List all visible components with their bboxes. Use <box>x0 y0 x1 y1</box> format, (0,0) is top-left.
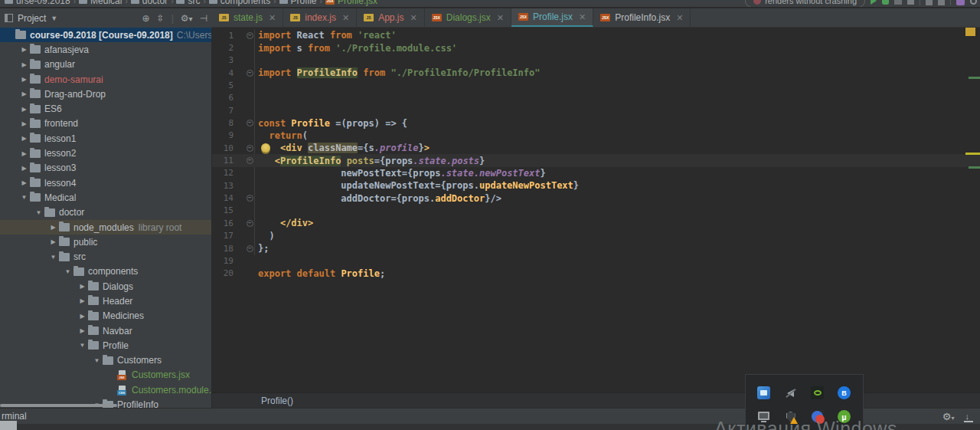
hide-panel-icon[interactable]: ⊣ <box>200 13 207 24</box>
chevron-right-icon[interactable]: ▶ <box>19 46 29 53</box>
code-editor[interactable]: 1−import React from 'react'2import s fro… <box>212 28 980 408</box>
debug-icon[interactable] <box>882 0 889 5</box>
fold-marker-icon[interactable]: − <box>247 220 253 227</box>
bluetooth-icon[interactable]: B <box>838 386 851 399</box>
chevron-right-icon[interactable]: ▶ <box>19 135 29 142</box>
run-icon[interactable] <box>871 0 877 5</box>
breadcrumb-item[interactable]: Profile() <box>261 396 293 406</box>
tree-item-demo-samurai[interactable]: ▶demo-samurai <box>0 72 211 87</box>
breadcrumb-item[interactable]: components <box>209 0 270 6</box>
tab-index.js[interactable]: JSindex.js✕ <box>283 8 357 27</box>
code-line[interactable]: 6 <box>212 92 980 104</box>
breadcrumb-item[interactable]: JSXProfile.jsx <box>325 0 377 6</box>
download-icon[interactable]: ↓ <box>965 412 970 421</box>
chevron-right-icon[interactable]: ▶ <box>77 297 87 304</box>
code-line[interactable]: 12 newPostText={props.state.newPostText} <box>212 167 980 179</box>
tree-item-profile[interactable]: ▼Profile <box>0 338 211 353</box>
tab-state.js[interactable]: JSstate.js✕ <box>212 8 283 27</box>
fold-marker-icon[interactable]: − <box>247 157 253 164</box>
tree-item-customers[interactable]: ▼Customers <box>0 353 211 368</box>
chevron-down-icon[interactable]: ▼ <box>77 342 87 349</box>
chevron-right-icon[interactable]: ▶ <box>19 90 29 97</box>
chevron-right-icon[interactable]: ▶ <box>19 61 29 68</box>
stop-icon[interactable] <box>907 0 914 5</box>
code-line[interactable]: 4−import ProfileInfo from "./ProfileInfo… <box>212 67 980 79</box>
close-icon[interactable]: ✕ <box>342 13 349 23</box>
close-icon[interactable]: ✕ <box>410 13 417 23</box>
code-line[interactable]: 11− <ProfileInfo posts={props.state.post… <box>212 154 980 166</box>
code-line[interactable]: 14− addDoctor={props.addDoctor}/> <box>212 192 980 204</box>
tree-item-src[interactable]: ▼src <box>0 249 211 264</box>
fold-marker-icon[interactable]: − <box>247 32 253 39</box>
volume-muted-icon[interactable] <box>784 386 797 399</box>
chevron-right-icon[interactable]: ▶ <box>77 283 87 290</box>
profiler-icon[interactable] <box>956 0 965 5</box>
locate-icon[interactable]: ⊕ <box>142 13 150 24</box>
run-config-select[interactable]: renders without crashing <box>745 0 865 8</box>
nvidia-icon[interactable] <box>811 386 824 399</box>
code-line[interactable]: 15 <box>212 205 980 217</box>
tree-item-customers.module.css[interactable]: CSSCustomers.module.css <box>0 382 211 397</box>
tree-item-doctor[interactable]: ▼doctor <box>0 205 211 220</box>
fold-marker-icon[interactable]: − <box>247 120 253 126</box>
code-line[interactable]: 5 <box>212 79 980 91</box>
chevron-right-icon[interactable]: ▶ <box>19 106 29 113</box>
marker-icon[interactable] <box>938 0 945 5</box>
breadcrumb-item[interactable]: urse-09.2018 <box>5 0 70 6</box>
tree-item-node_modules[interactable]: ▶node_moduleslibrary root <box>0 220 211 235</box>
tree-item-drag-and-drop[interactable]: ▶Drag-and-Drop <box>0 87 211 101</box>
chevron-down-icon[interactable]: ▼ <box>19 194 29 201</box>
horizontal-scrollbar[interactable] <box>0 404 117 407</box>
chevron-down-icon[interactable]: ▼ <box>92 357 102 364</box>
project-panel-header[interactable]: Project ▼ ⊕ ⇳ | ⚙▾ ⊣ <box>0 8 212 28</box>
tab-profile.jsx[interactable]: JSXProfile.jsx✕ <box>511 8 593 27</box>
fold-marker-icon[interactable]: − <box>247 245 253 252</box>
chevron-right-icon[interactable]: ▶ <box>19 179 29 186</box>
tab-profileinfo.jsx[interactable]: JSXProfileInfo.jsx✕ <box>593 8 691 27</box>
tree-item-components[interactable]: ▼components <box>0 264 211 279</box>
editor-breadcrumb[interactable]: Profile() <box>212 392 980 408</box>
search-icon[interactable] <box>970 0 977 5</box>
breadcrumb-item[interactable]: src <box>176 0 200 6</box>
tree-item-navbar[interactable]: ▶Navbar <box>0 323 211 338</box>
breadcrumb-item[interactable]: doctor <box>131 0 168 6</box>
settings-icon[interactable]: ⚙▾ <box>181 13 193 24</box>
code-line[interactable]: 19 <box>212 254 980 267</box>
tree-item-dialogs[interactable]: ▶Dialogs <box>0 279 211 294</box>
chevron-right-icon[interactable]: ▶ <box>19 165 29 172</box>
close-icon[interactable]: ✕ <box>579 12 586 22</box>
close-icon[interactable]: ✕ <box>269 13 276 23</box>
tree-item-frontend[interactable]: ▶frontend <box>0 117 211 131</box>
fold-marker-icon[interactable]: − <box>247 145 253 152</box>
tree-item-medical[interactable]: ▼Medical <box>0 190 211 205</box>
coverage-icon[interactable] <box>894 0 902 5</box>
chevron-right-icon[interactable]: ▶ <box>77 327 87 334</box>
close-icon[interactable]: ✕ <box>497 13 504 23</box>
chevron-right-icon[interactable]: ▶ <box>19 150 29 157</box>
settings-icon[interactable]: ⚙▾ <box>942 411 955 422</box>
code-line[interactable]: 1−import React from 'react' <box>212 29 980 41</box>
tree-item-public[interactable]: ▶public <box>0 235 211 249</box>
tab-dialogs.jsx[interactable]: JSXDialogs.jsx✕ <box>425 8 511 27</box>
network-icon[interactable] <box>757 386 770 399</box>
change-marker[interactable] <box>969 166 980 169</box>
code-line[interactable]: 13 updateNewPostText={props.updateNewPos… <box>212 179 980 192</box>
tree-item-header[interactable]: ▶Header <box>0 294 211 308</box>
code-line[interactable]: 8−const Profile =(props) => { <box>212 117 980 129</box>
tree-item-lesson3[interactable]: ▶lesson3 <box>0 161 211 176</box>
tree-item-angular[interactable]: ▶angular <box>0 57 211 72</box>
code-line[interactable]: 10− <div className={s.profile}> <box>212 142 980 154</box>
chevron-down-icon[interactable]: ▼ <box>63 268 73 275</box>
breadcrumb-item[interactable]: Profile <box>279 0 317 6</box>
collapse-all-icon[interactable]: ⇳ <box>157 13 165 24</box>
tree-item-lesson1[interactable]: ▶lesson1 <box>0 131 211 146</box>
tree-item-customers.jsx[interactable]: JSXCustomers.jsx <box>0 368 211 382</box>
intention-bulb-icon[interactable] <box>261 143 270 153</box>
fold-marker-icon[interactable]: − <box>247 195 253 202</box>
tree-item-medicines[interactable]: ▶Medicines <box>0 309 211 323</box>
tree-item-course-09.2018[interactable]: course-09.2018 [Course-09.2018]C:\Users\… <box>0 28 211 42</box>
chevron-right-icon[interactable]: ▶ <box>19 76 29 83</box>
code-line[interactable]: 3 <box>212 54 980 67</box>
code-line[interactable]: 16− </div> <box>212 217 980 229</box>
code-line[interactable]: 20export default Profile; <box>212 268 980 280</box>
